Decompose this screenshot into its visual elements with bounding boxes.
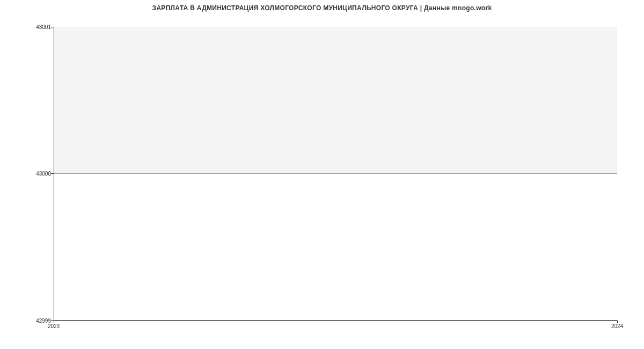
y-tick-label: 43001	[36, 24, 51, 30]
chart-container: ЗАРПЛАТА В АДМИНИСТРАЦИЯ ХОЛМОГОРСКОГО М…	[0, 0, 644, 349]
y-tick-label: 42999	[36, 318, 51, 324]
x-tick-label: 2023	[48, 323, 60, 329]
grid-band-lower	[54, 173, 617, 320]
y-tick-label: 43000	[36, 171, 51, 177]
x-tick-label: 2024	[611, 323, 623, 329]
plot-area	[54, 27, 617, 321]
y-tick-mark	[51, 173, 54, 174]
y-tick-mark	[51, 27, 54, 27]
chart-title: ЗАРПЛАТА В АДМИНИСТРАЦИЯ ХОЛМОГОРСКОГО М…	[0, 4, 644, 12]
data-line	[54, 173, 617, 174]
x-tick-mark	[54, 321, 54, 323]
x-tick-mark	[617, 321, 618, 323]
grid-band-upper	[54, 27, 617, 173]
